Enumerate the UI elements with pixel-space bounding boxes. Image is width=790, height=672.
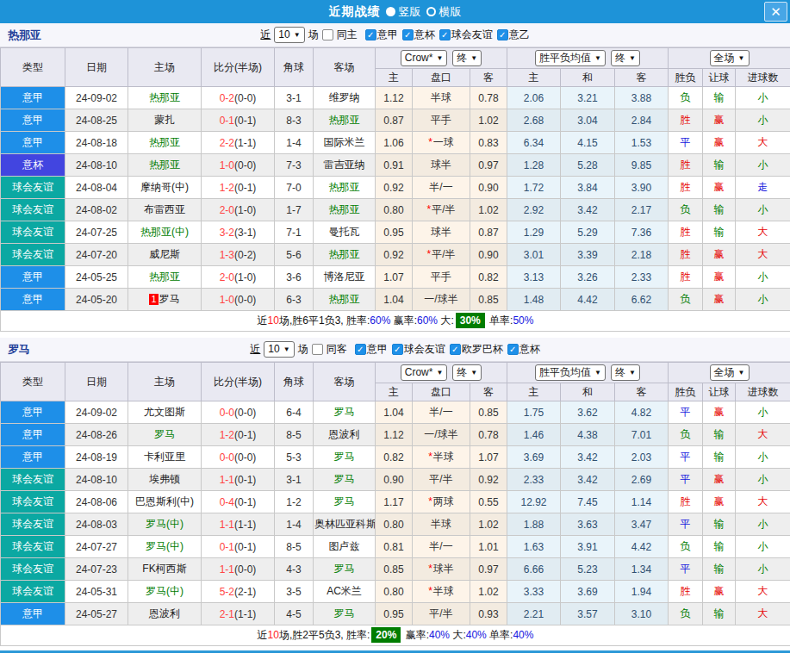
score-cell: 3-2(3-1) [202, 221, 275, 244]
match-count-select[interactable]: 10 ▼ [274, 27, 304, 43]
corners-cell: 1-7 [275, 199, 314, 221]
away-team-cell: 维罗纳 [314, 87, 376, 109]
handicap-name: 球半 [431, 159, 451, 171]
radio-horizontal-layout[interactable]: 横版 [426, 4, 462, 20]
match-row: 球会友谊24-08-10埃弗顿1-1(0-1)3-1罗马0.90平/半0.922… [1, 469, 790, 491]
home-odds-cell: 0.80 [376, 199, 413, 221]
handicap-name: 一/球半 [424, 428, 457, 440]
away-team-cell: 热那亚 [314, 177, 376, 199]
league-checkbox[interactable]: ✓ [450, 344, 461, 355]
league-checkbox[interactable]: ✓ [392, 344, 403, 355]
avg-final-select[interactable]: 终▼ [611, 364, 640, 381]
away-team-name: 热那亚 [329, 248, 360, 260]
result-goals-cell: 小 [736, 513, 790, 536]
result-handicap-cell: 输 [703, 154, 736, 177]
score-cell: 0-2(0-0) [202, 87, 275, 109]
home-odds-cell: 1.04 [376, 289, 413, 311]
avg-draw-cell: 4.42 [561, 289, 615, 311]
corners-cell: 3-6 [275, 266, 314, 289]
summary-part: 10 [268, 314, 279, 327]
result-goals-cell: 大 [736, 491, 790, 513]
odds-final-select[interactable]: 终▼ [452, 364, 482, 381]
same-venue-checkbox[interactable] [322, 29, 333, 40]
league-type-cell: 球会友谊 [1, 536, 65, 558]
away-team-name: 曼托瓦 [329, 226, 360, 238]
radio-selected-icon [386, 7, 395, 16]
handicap-cell: 一/球半 [413, 289, 470, 311]
scope-select[interactable]: 全场▼ [710, 364, 750, 381]
avg-draw-cell: 5.28 [561, 154, 615, 177]
league-type-cell: 意甲 [1, 266, 65, 289]
halftime-score: (2-1) [234, 586, 256, 598]
league-checkbox[interactable]: ✓ [402, 29, 414, 40]
match-count-select[interactable]: 10 ▼ [264, 341, 294, 358]
handicap-name: 两球 [433, 495, 454, 507]
header-avg-win: 主 [507, 383, 561, 401]
avg-type-select[interactable]: 胜平负均值▼ [535, 50, 606, 66]
home-odds-cell: 0.80 [376, 513, 413, 536]
league-type-cell: 球会友谊 [1, 469, 65, 491]
home-team-name: 摩纳哥(中) [140, 181, 189, 193]
league-checkbox[interactable]: ✓ [497, 29, 508, 40]
avg-lose-cell: 1.53 [615, 132, 669, 154]
away-odds-cell: 1.02 [470, 109, 507, 132]
result-wdl-cell: 平 [669, 558, 703, 581]
home-team-cell: 罗马(中) [128, 513, 202, 536]
corners-cell: 3-5 [275, 581, 314, 603]
avg-lose-cell: 1.34 [615, 558, 669, 581]
header-score: 比分(半场) [202, 363, 275, 401]
away-team-cell: AC米兰 [314, 581, 376, 603]
league-checkbox[interactable]: ✓ [439, 29, 451, 40]
fulltime-score: 5-2 [220, 586, 234, 598]
chevron-down-icon: ▼ [594, 366, 601, 379]
odds-company-select[interactable]: Crow*▼ [401, 50, 448, 66]
odds-final-select[interactable]: 终▼ [452, 50, 482, 66]
match-row: 球会友谊24-05-31罗马(中)5-2(2-1)3-5AC米兰0.80*半球1… [1, 581, 790, 603]
summary-part: 场,胜2平5负3, 胜率: [279, 629, 370, 641]
close-button[interactable]: ✕ [764, 2, 787, 22]
header-corners: 角球 [275, 363, 314, 401]
avg-type-select[interactable]: 胜平负均值▼ [535, 364, 606, 381]
date-cell: 24-08-10 [65, 469, 128, 491]
halftime-score: (1-0) [234, 271, 256, 283]
radio-vertical-layout[interactable]: 竖版 [386, 4, 421, 20]
away-team-cell: 恩波利 [314, 424, 376, 446]
chevron-down-icon: ▼ [738, 52, 745, 65]
same-venue-checkbox[interactable] [312, 344, 323, 355]
result-wdl-cell: 胜 [669, 266, 703, 289]
result-handicap-cell: 赢 [703, 109, 736, 132]
away-team-name: 恩波利 [329, 428, 360, 440]
league-checkbox[interactable]: ✓ [365, 29, 376, 40]
result-handicap-cell: 输 [703, 221, 736, 244]
home-team-cell: 尤文图斯 [128, 401, 202, 424]
away-team-name: 奥林匹亚科斯 [314, 518, 376, 530]
odds-company-select[interactable]: Crow*▼ [401, 364, 448, 381]
avg-final-select[interactable]: 终▼ [611, 50, 640, 66]
league-checkbox[interactable]: ✓ [355, 344, 366, 355]
scope-select[interactable]: 全场▼ [710, 50, 750, 66]
radio-unselected-icon [426, 7, 436, 16]
result-goals-cell: 小 [736, 446, 790, 469]
header-date: 日期 [65, 363, 128, 401]
avg-win-cell: 6.66 [507, 558, 561, 581]
away-team-name: 图卢兹 [329, 540, 360, 552]
chevron-down-icon: ▼ [470, 52, 477, 65]
recent-label[interactable]: 近 [250, 342, 260, 357]
avg-draw-cell: 3.91 [561, 536, 615, 558]
avg-win-cell: 1.63 [507, 536, 561, 558]
corners-cell: 5-3 [275, 446, 314, 469]
scope-controls: 全场▼ [669, 48, 790, 69]
home-team-cell: 罗马(中) [128, 581, 202, 603]
recent-label[interactable]: 近 [260, 28, 271, 42]
chevron-down-icon: ▼ [738, 366, 745, 379]
home-team-cell: 摩纳哥(中) [128, 177, 202, 199]
away-team-cell: 热那亚 [314, 244, 376, 266]
league-label: 球会友谊 [451, 28, 493, 42]
result-handicap-cell: 输 [703, 87, 736, 109]
home-team-name: 热那亚 [149, 136, 180, 148]
league-checkbox[interactable]: ✓ [507, 344, 519, 355]
away-team-cell: 国际米兰 [314, 132, 376, 154]
score-cell: 1-1(0-0) [202, 558, 275, 581]
date-cell: 24-07-23 [65, 558, 128, 581]
result-wdl-cell: 胜 [669, 177, 703, 199]
